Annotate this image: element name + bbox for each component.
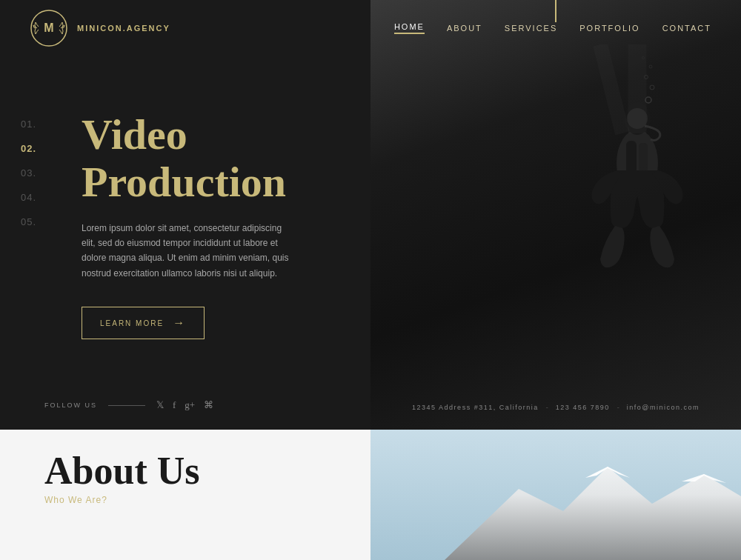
logo-text: MINICON.AGENCY (77, 24, 170, 33)
about-subtitle: Who We Are? (44, 495, 326, 505)
hero-title: Video Production (82, 111, 326, 206)
nav-portfolio[interactable]: PORTFOLIO (579, 24, 639, 33)
hero-right-panel: 12345 Address #311, California - 123 456… (370, 0, 741, 430)
follow-line (108, 405, 145, 406)
follow-us-label: FOLLOW US (44, 401, 97, 409)
svg-point-8 (650, 85, 654, 90)
left-panel-footer: FOLLOW US 𝕏 f g+ ⌘ (44, 399, 356, 411)
slide-num-4[interactable]: 04. (21, 192, 36, 203)
hero-section: 01. 02. 03. 04. 05. Video Production Lor… (0, 0, 741, 430)
hero-content: Video Production Lorem ipsum dolor sit a… (82, 111, 326, 339)
facebook-icon[interactable]: f (173, 399, 176, 411)
nav-services[interactable]: SERVICES (505, 24, 557, 33)
contact-phone: 123 456 7890 (556, 404, 610, 411)
twitter-icon[interactable]: 𝕏 (156, 399, 164, 411)
hero-body: Lorem ipsum dolor sit amet, consectetur … (82, 221, 289, 281)
rss-icon[interactable]: ⌘ (204, 399, 213, 411)
nav-contact[interactable]: CONTACT (662, 24, 711, 33)
slide-num-1[interactable]: 01. (21, 119, 36, 130)
learn-more-button[interactable]: LEARN MORE → (82, 307, 205, 339)
contact-sep-1: - (546, 404, 548, 411)
contact-address: 12345 Address #311, California (412, 404, 539, 411)
slide-num-5[interactable]: 05. (21, 216, 36, 227)
social-icons: 𝕏 f g+ ⌘ (156, 399, 213, 411)
site-header: M MINICON.AGENCY HOME ABOUT SERVICES POR… (0, 0, 741, 56)
main-nav: HOME ABOUT SERVICES PORTFOLIO CONTACT (394, 22, 711, 34)
right-panel-footer: 12345 Address #311, California - 123 456… (385, 404, 726, 411)
arrow-icon: → (173, 316, 186, 330)
contact-sep-2: - (617, 404, 619, 411)
slide-indicators: 01. 02. 03. 04. 05. (21, 119, 36, 227)
logo-emblem: M (30, 9, 68, 47)
about-section: About Us Who We Are? (0, 430, 741, 560)
slide-num-3[interactable]: 03. (21, 167, 36, 179)
about-left-panel: About Us Who We Are? (0, 430, 370, 560)
about-right-panel (370, 430, 741, 560)
nav-about[interactable]: ABOUT (447, 24, 482, 33)
nav-home[interactable]: HOME (394, 22, 425, 34)
svg-text:M: M (44, 21, 53, 34)
svg-point-10 (649, 65, 652, 68)
googleplus-icon[interactable]: g+ (185, 399, 195, 411)
hero-left-panel: 01. 02. 03. 04. 05. Video Production Lor… (0, 0, 370, 430)
mountain-illustration (370, 430, 741, 560)
diver-illustration (556, 44, 719, 356)
logo-area[interactable]: M MINICON.AGENCY (30, 9, 170, 47)
slide-num-2[interactable]: 02. (21, 143, 36, 154)
about-title: About Us (44, 452, 326, 490)
contact-email: info@minicon.com (627, 404, 700, 411)
